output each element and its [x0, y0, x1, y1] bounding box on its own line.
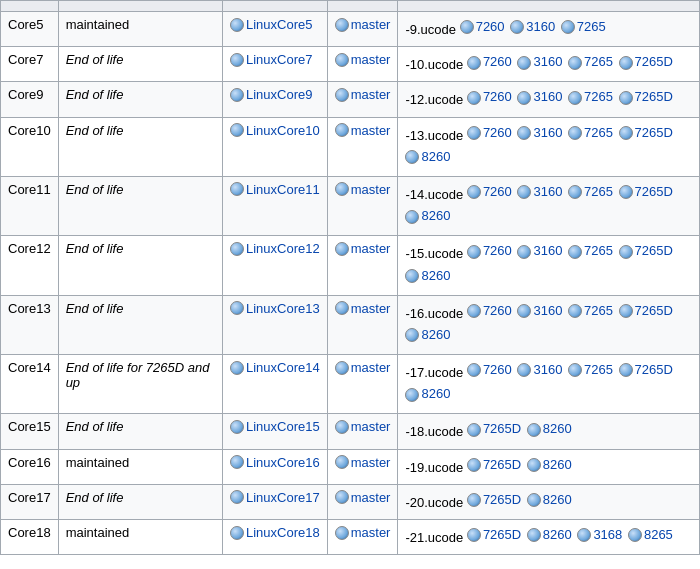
chip-link-8260[interactable]: 8260 — [421, 266, 450, 287]
chip-link-8260[interactable]: 8260 — [421, 147, 450, 168]
chip-link-7265[interactable]: 7265 — [584, 241, 613, 262]
cell-firmware: -10.ucode 7260 3160 7265 7265D — [398, 47, 700, 82]
chip-link-3160[interactable]: 3160 — [533, 301, 562, 322]
chip-link-3160[interactable]: 3160 — [526, 17, 555, 38]
globe-icon — [467, 493, 481, 507]
link-linuxcore5[interactable]: LinuxCore5 — [246, 17, 313, 32]
link-master[interactable]: master — [351, 241, 391, 256]
globe-icon — [467, 185, 481, 199]
link-linuxcore10[interactable]: LinuxCore10 — [246, 123, 320, 138]
table-row: Core16maintainedLinuxCore16master-19.uco… — [1, 449, 700, 484]
link-master[interactable]: master — [351, 52, 391, 67]
chip-link-7260[interactable]: 7260 — [483, 360, 512, 381]
chip-link-7265d[interactable]: 7265D — [483, 455, 521, 476]
chip-link-7260[interactable]: 7260 — [483, 52, 512, 73]
cell-backport: LinuxCore10 — [223, 117, 328, 176]
chip-link-7265[interactable]: 7265 — [577, 17, 606, 38]
globe-icon — [568, 185, 582, 199]
cell-firmware: -15.ucode 7260 3160 7265 7265D 8260 — [398, 236, 700, 295]
cell-core: Core11 — [1, 176, 59, 235]
link-master[interactable]: master — [351, 455, 391, 470]
link-master[interactable]: master — [351, 525, 391, 540]
chip-link-7265[interactable]: 7265 — [584, 123, 613, 144]
chip-link-8260[interactable]: 8260 — [543, 490, 572, 511]
link-linuxcore7[interactable]: LinuxCore7 — [246, 52, 313, 67]
chip-link-8265[interactable]: 8265 — [644, 525, 673, 546]
cell-core: Core10 — [1, 117, 59, 176]
chip-link-7260[interactable]: 7260 — [483, 301, 512, 322]
header-firmware — [398, 1, 700, 12]
chip-link-7260[interactable]: 7260 — [483, 123, 512, 144]
chip-link-8260[interactable]: 8260 — [421, 325, 450, 346]
chip-link-7260[interactable]: 7260 — [483, 182, 512, 203]
cell-firmware: -21.ucode 7265D 8260 3168 8265 — [398, 520, 700, 555]
link-linuxcore9[interactable]: LinuxCore9 — [246, 87, 313, 102]
link-master[interactable]: master — [351, 17, 391, 32]
firmware-text: -10.ucode — [405, 58, 466, 73]
chip-link-3168[interactable]: 3168 — [593, 525, 622, 546]
chip-link-7260[interactable]: 7260 — [476, 17, 505, 38]
chip-link-8260[interactable]: 8260 — [543, 525, 572, 546]
chip-link-7265d[interactable]: 7265D — [635, 87, 673, 108]
link-linuxcore16[interactable]: LinuxCore16 — [246, 455, 320, 470]
link-linuxcore18[interactable]: LinuxCore18 — [246, 525, 320, 540]
cell-backport: LinuxCore13 — [223, 295, 328, 354]
link-linuxcore15[interactable]: LinuxCore15 — [246, 419, 320, 434]
chip-link-7265d[interactable]: 7265D — [635, 123, 673, 144]
chip-link-7265d[interactable]: 7265D — [483, 525, 521, 546]
chip-link-3160[interactable]: 3160 — [533, 360, 562, 381]
link-master[interactable]: master — [351, 182, 391, 197]
link-master[interactable]: master — [351, 301, 391, 316]
globe-icon — [568, 245, 582, 259]
cell-status: End of life for 7265D and up — [58, 355, 222, 414]
chip-link-7265d[interactable]: 7265D — [635, 241, 673, 262]
link-linuxcore12[interactable]: LinuxCore12 — [246, 241, 320, 256]
link-master[interactable]: master — [351, 360, 391, 375]
chip-link-7265d[interactable]: 7265D — [483, 419, 521, 440]
link-linuxcore17[interactable]: LinuxCore17 — [246, 490, 320, 505]
cell-core: Core17 — [1, 484, 59, 519]
link-master[interactable]: master — [351, 123, 391, 138]
cell-hostap: master — [327, 520, 398, 555]
chip-link-7265d[interactable]: 7265D — [483, 490, 521, 511]
chip-link-8260[interactable]: 8260 — [543, 419, 572, 440]
globe-icon — [467, 423, 481, 437]
link-master[interactable]: master — [351, 490, 391, 505]
link-linuxcore13[interactable]: LinuxCore13 — [246, 301, 320, 316]
chip-link-8260[interactable]: 8260 — [543, 455, 572, 476]
chip-link-7260[interactable]: 7260 — [483, 241, 512, 262]
cell-firmware: -12.ucode 7260 3160 7265 7265D — [398, 82, 700, 117]
link-master[interactable]: master — [351, 87, 391, 102]
chip-link-7265d[interactable]: 7265D — [635, 52, 673, 73]
chip-link-3160[interactable]: 3160 — [533, 241, 562, 262]
globe-icon — [405, 388, 419, 402]
table-row: Core18maintainedLinuxCore18master-21.uco… — [1, 520, 700, 555]
chip-link-7265[interactable]: 7265 — [584, 52, 613, 73]
chip-link-7265[interactable]: 7265 — [584, 87, 613, 108]
chip-link-7265[interactable]: 7265 — [584, 182, 613, 203]
chip-link-8260[interactable]: 8260 — [421, 206, 450, 227]
chip-link-3160[interactable]: 3160 — [533, 87, 562, 108]
chip-link-7265[interactable]: 7265 — [584, 301, 613, 322]
chip-link-3160[interactable]: 3160 — [533, 123, 562, 144]
link-master[interactable]: master — [351, 419, 391, 434]
cell-hostap: master — [327, 117, 398, 176]
chip-link-8260[interactable]: 8260 — [421, 384, 450, 405]
globe-icon — [619, 304, 633, 318]
chip-link-7265d[interactable]: 7265D — [635, 301, 673, 322]
chip-link-3160[interactable]: 3160 — [533, 182, 562, 203]
link-linuxcore14[interactable]: LinuxCore14 — [246, 360, 320, 375]
chip-link-7260[interactable]: 7260 — [483, 87, 512, 108]
chip-link-3160[interactable]: 3160 — [533, 52, 562, 73]
globe-icon — [527, 493, 541, 507]
chip-link-7265d[interactable]: 7265D — [635, 182, 673, 203]
link-linuxcore11[interactable]: LinuxCore11 — [246, 182, 320, 197]
chip-link-7265[interactable]: 7265 — [584, 360, 613, 381]
chip-link-7265d[interactable]: 7265D — [635, 360, 673, 381]
globe-icon — [335, 455, 349, 469]
globe-icon — [619, 363, 633, 377]
table-row: Core10End of lifeLinuxCore10master-13.uc… — [1, 117, 700, 176]
globe-icon — [230, 182, 244, 196]
cell-firmware: -19.ucode 7265D 8260 — [398, 449, 700, 484]
globe-icon — [628, 528, 642, 542]
